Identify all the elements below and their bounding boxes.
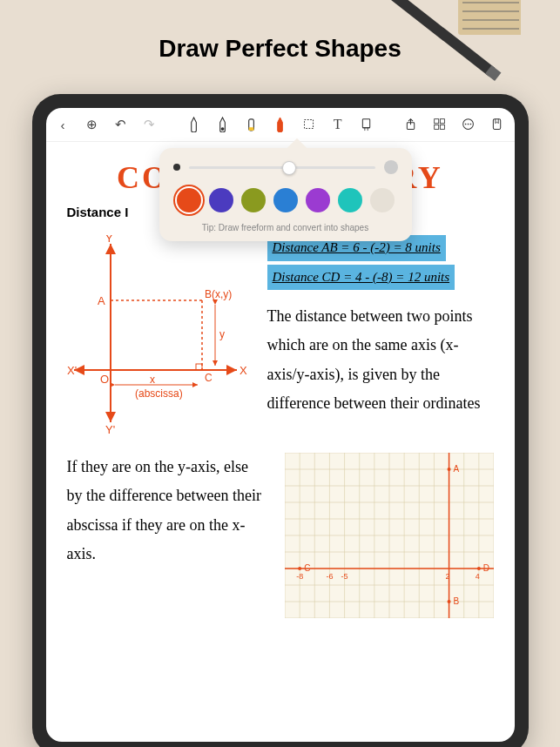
grid-button[interactable]	[433, 117, 446, 132]
screen: ‹ ⊕ ↶ ↷ T COOTRY Distance I	[46, 108, 515, 742]
pen-tool-1[interactable]	[187, 117, 200, 132]
svg-text:C: C	[205, 372, 213, 384]
svg-rect-13	[305, 120, 314, 129]
svg-rect-19	[435, 119, 439, 124]
add-button[interactable]: ⊕	[85, 117, 98, 132]
svg-point-81	[447, 468, 450, 471]
svg-text:A: A	[453, 464, 459, 474]
color-swatch-2[interactable]	[241, 188, 266, 212]
svg-text:-6: -6	[326, 572, 333, 581]
pencil-decoration	[364, 0, 521, 109]
back-button[interactable]: ‹	[57, 117, 70, 132]
svg-text:Y: Y	[105, 235, 113, 245]
svg-rect-21	[435, 125, 439, 130]
text-tool[interactable]: T	[331, 117, 344, 132]
slider-thumb[interactable]	[282, 161, 296, 175]
svg-text:B: B	[453, 596, 459, 606]
svg-rect-27	[494, 119, 501, 130]
svg-rect-12	[249, 127, 254, 131]
svg-text:x: x	[150, 374, 155, 386]
stroke-size-slider[interactable]	[189, 166, 375, 169]
color-swatch-0[interactable]	[177, 188, 201, 212]
svg-text:(abscissa): (abscissa)	[135, 387, 183, 400]
popover-tip: Tip: Draw freeform and convert into shap…	[173, 223, 398, 232]
svg-text:C: C	[304, 563, 310, 573]
size-max-icon	[384, 160, 398, 174]
color-swatches	[173, 188, 398, 212]
lasso-tool[interactable]	[302, 117, 315, 132]
shape-tool[interactable]	[273, 117, 287, 132]
paragraph-1: The distance between two points which ar…	[267, 302, 494, 418]
svg-text:O: O	[100, 373, 109, 386]
highlight-2: Distance CD = 4 - (-8) = 12 units	[267, 265, 455, 291]
svg-point-25	[468, 124, 469, 125]
svg-point-24	[465, 124, 467, 125]
svg-text:Y': Y'	[105, 423, 115, 435]
svg-point-10	[220, 127, 224, 131]
svg-point-26	[470, 124, 472, 125]
svg-rect-22	[441, 125, 445, 130]
shape-tool-popover: Tip: Draw freeform and convert into shap…	[159, 148, 412, 241]
svg-point-85	[298, 567, 301, 570]
svg-text:-5: -5	[341, 572, 347, 581]
grid-chart: -8-6-524ABCD	[285, 453, 494, 618]
more-button[interactable]	[462, 117, 475, 132]
size-min-icon	[173, 164, 180, 171]
redo-button[interactable]: ↷	[143, 117, 156, 132]
ipad-frame: ‹ ⊕ ↶ ↷ T COOTRY Distance I	[32, 94, 529, 747]
svg-text:X: X	[240, 364, 247, 377]
svg-text:y: y	[219, 328, 225, 340]
coordinate-diagram: Y Y' X X' O A B(x,y) C x (abscissa) y	[67, 235, 250, 435]
eraser-tool[interactable]	[360, 117, 373, 132]
right-column: Distance AB = 6 - (-2) = 8 units Distanc…	[267, 235, 494, 435]
svg-rect-34	[196, 364, 202, 370]
highlighter-tool[interactable]	[245, 117, 258, 132]
color-swatch-3[interactable]	[273, 188, 298, 212]
svg-text:B(x,y): B(x,y)	[205, 288, 232, 300]
pen-tool-2[interactable]	[216, 117, 229, 132]
svg-rect-0	[458, 0, 521, 35]
svg-text:D: D	[482, 563, 489, 573]
svg-rect-20	[441, 119, 445, 124]
share-button[interactable]	[404, 117, 417, 132]
svg-text:A: A	[98, 294, 105, 307]
color-swatch-1[interactable]	[209, 188, 233, 212]
svg-text:X': X'	[67, 364, 77, 377]
svg-rect-14	[362, 119, 369, 128]
paragraph-2: If they are on the y-axis, else by the d…	[67, 453, 267, 618]
color-swatch-4[interactable]	[306, 188, 330, 212]
svg-point-83	[447, 600, 450, 603]
undo-button[interactable]: ↶	[114, 117, 127, 132]
toolbar: ‹ ⊕ ↶ ↷ T	[46, 108, 515, 142]
svg-text:4: 4	[475, 572, 479, 581]
svg-text:-8: -8	[296, 572, 303, 581]
bookmark-button[interactable]	[490, 117, 503, 132]
svg-text:2: 2	[445, 572, 449, 581]
color-swatch-5[interactable]	[338, 188, 362, 212]
color-swatch-6[interactable]	[370, 188, 395, 212]
svg-point-87	[476, 567, 480, 570]
